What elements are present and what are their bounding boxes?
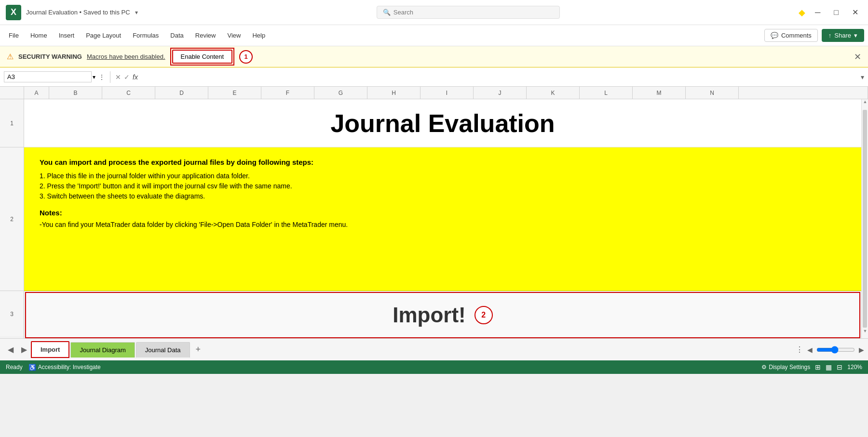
formula-icons: ✕ ✓ fx: [115, 73, 138, 81]
menu-home[interactable]: Home: [26, 29, 52, 42]
formula-expand-icon[interactable]: ▾: [861, 73, 864, 81]
cell-ref-dropdown-icon[interactable]: ▾: [93, 74, 95, 80]
scroll-tab-left-button[interactable]: ◀: [807, 346, 813, 354]
scroll-up-button[interactable]: ▲: [862, 99, 868, 109]
accessibility-icon: ♿: [28, 364, 36, 371]
step-2: 2. Press the 'Import!' button and it wil…: [40, 182, 846, 190]
col-header-D[interactable]: D: [155, 87, 208, 99]
excel-logo: X: [6, 5, 21, 20]
note-1: -You can find your MetaTrader data folde…: [40, 221, 846, 228]
menu-page-layout[interactable]: Page Layout: [81, 29, 126, 42]
accessibility-text: Accessibility: Investigate: [38, 364, 101, 371]
menu-formulas[interactable]: Formulas: [128, 29, 163, 42]
row-num-1[interactable]: 1: [0, 99, 24, 147]
menu-review[interactable]: Review: [190, 29, 221, 42]
col-header-A[interactable]: A: [24, 87, 49, 99]
row-1-content: Journal Evaluation: [24, 99, 861, 147]
app-title: Journal Evaluation • Saved to this PC: [26, 9, 130, 16]
formula-separator: [110, 71, 110, 83]
tab-journal-diagram[interactable]: Journal Diagram: [70, 342, 135, 358]
display-settings[interactable]: ⚙ Display Settings: [761, 364, 810, 371]
scroll-down-button[interactable]: ▼: [862, 329, 868, 338]
accessibility-status[interactable]: ♿ Accessibility: Investigate: [28, 364, 101, 371]
menu-file[interactable]: File: [4, 29, 24, 42]
zoom-level: 120%: [847, 364, 862, 371]
grid-wrapper: 1 2 3 Journal Evaluation You can import …: [0, 99, 868, 338]
row-num-3[interactable]: 3: [0, 291, 24, 337]
col-header-C[interactable]: C: [102, 87, 155, 99]
col-header-H[interactable]: H: [367, 87, 420, 99]
tab-import[interactable]: Import: [31, 341, 69, 358]
page-layout-button[interactable]: ▦: [826, 363, 832, 371]
col-header-more: [739, 87, 868, 99]
menu-right-actions: 💬 Comments ↑ Share ▾: [764, 29, 864, 42]
tab-nav-next-button[interactable]: ▶: [17, 343, 31, 356]
security-warning-text[interactable]: Macros have been disabled.: [87, 53, 165, 60]
menu-bar: File Home Insert Page Layout Formulas Da…: [0, 25, 868, 46]
cell-reference-box[interactable]: ▾: [4, 71, 95, 82]
menu-data[interactable]: Data: [165, 29, 188, 42]
import-label: Import!: [393, 303, 466, 327]
menu-help[interactable]: Help: [247, 29, 270, 42]
status-bar: Ready ♿ Accessibility: Investigate ⚙ Dis…: [0, 360, 868, 374]
step-3: 3. Switch between the sheets to evaluate…: [40, 192, 846, 200]
menu-insert[interactable]: Insert: [54, 29, 80, 42]
step-1: 1. Place this file in the journal folder…: [40, 172, 846, 180]
col-header-M[interactable]: M: [633, 87, 686, 99]
diamond-icon: ◆: [799, 7, 805, 18]
cancel-formula-icon[interactable]: ✕: [115, 73, 121, 81]
tab-nav-prev-button[interactable]: ◀: [4, 343, 17, 356]
formula-more-button[interactable]: ⋮: [98, 73, 105, 81]
search-box[interactable]: 🔍: [377, 6, 560, 19]
title-dropdown-icon[interactable]: ▾: [135, 9, 138, 16]
menu-view[interactable]: View: [222, 29, 245, 42]
row-3-import[interactable]: Import! 2: [25, 292, 860, 338]
security-bar: ⚠ SECURITY WARNING Macros have been disa…: [0, 46, 868, 67]
confirm-formula-icon[interactable]: ✓: [124, 73, 130, 81]
title-bar-right: ◆ ─ □ ✕: [799, 6, 862, 19]
minimize-button[interactable]: ─: [811, 6, 824, 19]
security-close-button[interactable]: ✕: [854, 52, 861, 62]
formula-bar: ▾ ⋮ ✕ ✓ fx ▾: [0, 67, 868, 87]
add-sheet-button[interactable]: +: [191, 343, 206, 357]
title-bar-center: 🔍: [377, 6, 560, 19]
row-num-2[interactable]: 2: [0, 147, 24, 291]
search-input[interactable]: [393, 9, 554, 16]
scroll-tab-right-button[interactable]: ▶: [859, 346, 864, 354]
step-2-badge: 2: [475, 306, 493, 324]
col-header-K[interactable]: K: [527, 87, 580, 99]
col-header-G[interactable]: G: [314, 87, 367, 99]
tab-journal-data[interactable]: Journal Data: [136, 342, 190, 358]
cell-ref-input[interactable]: [4, 71, 92, 82]
import-button-content[interactable]: Import! 2: [393, 303, 493, 327]
grid-view-button[interactable]: ⊞: [815, 363, 821, 371]
maximize-button[interactable]: □: [830, 6, 842, 19]
col-header-E[interactable]: E: [208, 87, 261, 99]
col-header-F[interactable]: F: [261, 87, 314, 99]
row-2-content: You can import and process the exported …: [24, 147, 861, 291]
enable-content-wrapper: Enable Content: [170, 48, 235, 66]
col-header-L[interactable]: L: [580, 87, 633, 99]
col-header-B[interactable]: B: [49, 87, 102, 99]
share-button[interactable]: ↑ Share ▾: [822, 29, 864, 42]
share-dropdown-icon: ▾: [854, 32, 857, 39]
comments-button[interactable]: 💬 Comments: [764, 29, 818, 42]
page-break-button[interactable]: ⊟: [837, 363, 842, 371]
close-button[interactable]: ✕: [848, 6, 862, 19]
spreadsheet-title: Journal Evaluation: [24, 109, 861, 138]
scroll-thumb[interactable]: [863, 110, 867, 328]
search-icon: 🔍: [383, 9, 391, 16]
formula-input[interactable]: [141, 71, 858, 82]
col-header-J[interactable]: J: [474, 87, 527, 99]
tabs-overflow-button[interactable]: ⋮: [796, 345, 803, 354]
col-header-N[interactable]: N: [686, 87, 739, 99]
enable-content-button[interactable]: Enable Content: [172, 50, 233, 64]
share-icon: ↑: [828, 32, 832, 39]
vertical-scrollbar[interactable]: ▲ ▼: [861, 99, 868, 338]
zoom-slider[interactable]: [816, 346, 855, 354]
column-headers: A B C D E F G H I J K L M N: [0, 87, 868, 99]
security-warning-icon: ⚠: [7, 52, 14, 61]
col-header-I[interactable]: I: [420, 87, 474, 99]
row-numbers: 1 2 3: [0, 99, 24, 338]
security-warning-label: SECURITY WARNING: [18, 53, 82, 60]
